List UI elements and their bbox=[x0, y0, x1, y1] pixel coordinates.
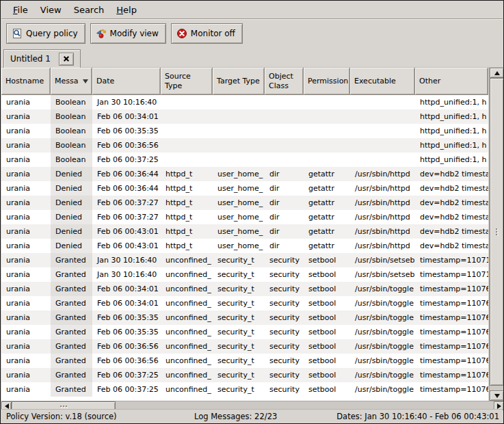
cell: Feb 06 00:37:25 bbox=[92, 368, 161, 382]
column-header-label: Hostname bbox=[5, 77, 44, 85]
cell: Feb 06 00:43:01 bbox=[92, 224, 161, 239]
column-header-target-type[interactable]: Target Type bbox=[213, 68, 265, 95]
cell: timestamp=11076 bbox=[415, 296, 488, 310]
cell: /usr/sbin/toggle bbox=[350, 325, 415, 339]
cell: setbool bbox=[304, 325, 350, 339]
log-row-8[interactable]: uraniaDeniedFeb 06 00:37:27httpd_tuser_h… bbox=[1, 196, 488, 210]
tab-bar: Untitled 1 bbox=[1, 47, 503, 68]
log-row-4[interactable]: uraniaBooleanFeb 06 00:36:56httpd_unifie… bbox=[1, 138, 488, 153]
arrow-right-icon bbox=[497, 403, 501, 409]
cell bbox=[161, 124, 213, 138]
arrow-left-icon bbox=[5, 403, 9, 409]
cell: security bbox=[265, 339, 304, 354]
log-row-15[interactable]: uraniaGrantedFeb 06 00:34:01unconfined_s… bbox=[1, 296, 488, 310]
log-row-5[interactable]: uraniaBooleanFeb 06 00:37:25httpd_unifie… bbox=[1, 153, 488, 167]
cell: unconfined_ bbox=[161, 339, 213, 354]
cell bbox=[350, 153, 415, 167]
column-header-other[interactable]: Other bbox=[415, 68, 488, 95]
cell: unconfined_ bbox=[161, 325, 213, 339]
grip-icon bbox=[496, 228, 497, 230]
column-header-permission[interactable]: Permission bbox=[304, 68, 350, 95]
cell: security_t bbox=[213, 382, 265, 397]
sort-descending-icon bbox=[83, 79, 88, 83]
log-row-9[interactable]: uraniaDeniedFeb 06 00:37:27httpd_tuser_h… bbox=[1, 210, 488, 224]
cell: security bbox=[265, 354, 304, 368]
vertical-scroll-thumb[interactable] bbox=[490, 78, 504, 386]
menu-search[interactable]: Search bbox=[68, 2, 111, 18]
arrow-down-icon bbox=[494, 394, 500, 398]
log-row-21[interactable]: uraniaGrantedFeb 06 00:37:25unconfined_s… bbox=[1, 382, 488, 397]
column-header-object-class[interactable]: Object Class bbox=[265, 68, 304, 95]
cell: urania bbox=[1, 181, 51, 196]
cell: dev=hdb2 timesta bbox=[415, 181, 488, 196]
column-header-messa[interactable]: Messa bbox=[51, 68, 92, 95]
cell: Granted bbox=[51, 310, 92, 325]
column-header-label: Date bbox=[96, 77, 114, 85]
log-row-18[interactable]: uraniaGrantedFeb 06 00:36:56unconfined_s… bbox=[1, 339, 488, 354]
cell: Feb 06 00:36:56 bbox=[92, 339, 161, 354]
monitor-off-icon bbox=[176, 28, 187, 39]
cell: urania bbox=[1, 167, 51, 181]
log-row-19[interactable]: uraniaGrantedFeb 06 00:36:56unconfined_s… bbox=[1, 354, 488, 368]
column-header-source-type[interactable]: Source Type bbox=[161, 68, 213, 95]
log-row-20[interactable]: uraniaGrantedFeb 06 00:37:25unconfined_s… bbox=[1, 368, 488, 382]
log-row-13[interactable]: uraniaGrantedJan 30 10:16:40unconfined_s… bbox=[1, 267, 488, 282]
cell: /usr/sbin/httpd bbox=[350, 210, 415, 224]
tab-close-button[interactable] bbox=[59, 53, 74, 66]
tab-untitled-1[interactable]: Untitled 1 bbox=[3, 49, 81, 68]
cell: httpd_unified:1, h bbox=[415, 124, 488, 138]
scroll-down-button[interactable] bbox=[490, 390, 504, 401]
cell: Granted bbox=[51, 339, 92, 354]
cell: httpd_unified:1, h bbox=[415, 138, 488, 153]
log-row-11[interactable]: uraniaDeniedFeb 06 00:43:01httpd_tuser_h… bbox=[1, 239, 488, 253]
table-body: uraniaBooleanJan 30 10:16:40httpd_unifie… bbox=[1, 95, 488, 401]
cell: /usr/sbin/httpd bbox=[350, 196, 415, 210]
cell: security bbox=[265, 296, 304, 310]
log-row-12[interactable]: uraniaGrantedJan 30 10:16:40unconfined_s… bbox=[1, 253, 488, 267]
grip-icon bbox=[60, 406, 62, 407]
column-header-label: Executable bbox=[354, 77, 396, 85]
vertical-scrollbar[interactable] bbox=[489, 68, 504, 401]
log-row-16[interactable]: uraniaGrantedFeb 06 00:35:35unconfined_s… bbox=[1, 310, 488, 325]
monitor-off-label: Monitor off bbox=[191, 29, 235, 38]
cell: setbool bbox=[304, 339, 350, 354]
log-row-17[interactable]: uraniaGrantedFeb 06 00:35:35unconfined_s… bbox=[1, 325, 488, 339]
log-row-6[interactable]: uraniaDeniedFeb 06 00:36:44httpd_tuser_h… bbox=[1, 167, 488, 181]
scroll-up-button[interactable] bbox=[490, 68, 504, 78]
monitor-off-button[interactable]: Monitor off bbox=[171, 23, 243, 44]
cell bbox=[304, 138, 350, 153]
cell: Denied bbox=[51, 210, 92, 224]
column-header-executable[interactable]: Executable bbox=[350, 68, 415, 95]
vertical-scroll-trough[interactable] bbox=[490, 386, 504, 390]
cell: security bbox=[265, 368, 304, 382]
cell: Feb 06 00:36:56 bbox=[92, 354, 161, 368]
menu-view[interactable]: View bbox=[34, 2, 68, 18]
query-policy-label: Query policy bbox=[26, 29, 78, 38]
cell: security_t bbox=[213, 282, 265, 296]
cell: user_home_ bbox=[213, 239, 265, 253]
column-header-label: Other bbox=[419, 77, 440, 85]
log-row-1[interactable]: uraniaBooleanJan 30 10:16:40httpd_unifie… bbox=[1, 95, 488, 109]
cell: Boolean bbox=[51, 153, 92, 167]
menu-file[interactable]: File bbox=[7, 2, 34, 18]
query-policy-icon bbox=[12, 28, 23, 39]
cell: /usr/sbin/setseb bbox=[350, 267, 415, 282]
cell: unconfined_ bbox=[161, 382, 213, 397]
cell bbox=[350, 138, 415, 153]
column-header-hostname[interactable]: Hostname bbox=[1, 68, 51, 95]
log-row-3[interactable]: uraniaBooleanFeb 06 00:35:35httpd_unifie… bbox=[1, 124, 488, 138]
cell bbox=[304, 109, 350, 124]
log-row-2[interactable]: uraniaBooleanFeb 06 00:34:01httpd_unifie… bbox=[1, 109, 488, 124]
modify-view-button[interactable]: Modify view bbox=[90, 23, 166, 44]
query-policy-button[interactable]: Query policy bbox=[6, 23, 85, 44]
column-header-date[interactable]: Date bbox=[92, 68, 161, 95]
cell bbox=[213, 138, 265, 153]
cell: getattr bbox=[304, 181, 350, 196]
cell: dev=hdb2 timesta bbox=[415, 224, 488, 239]
cell: setbool bbox=[304, 368, 350, 382]
cell bbox=[350, 124, 415, 138]
log-row-7[interactable]: uraniaDeniedFeb 06 00:36:44httpd_tuser_h… bbox=[1, 181, 488, 196]
menu-help[interactable]: Help bbox=[110, 2, 143, 18]
log-row-14[interactable]: uraniaGrantedFeb 06 00:34:01unconfined_s… bbox=[1, 282, 488, 296]
log-row-10[interactable]: uraniaDeniedFeb 06 00:43:01httpd_tuser_h… bbox=[1, 224, 488, 239]
